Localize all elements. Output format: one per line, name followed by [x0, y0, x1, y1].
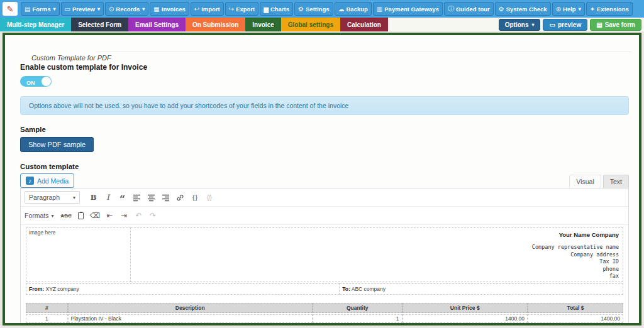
cell: 1: [313, 324, 402, 326]
italic-button[interactable]: I: [101, 191, 114, 204]
nav-item-export[interactable]: ↪Export: [225, 2, 258, 16]
divider: [96, 52, 631, 52]
tab-on-submission[interactable]: On Submission: [186, 18, 245, 31]
paragraph-label: Paragraph: [29, 194, 60, 201]
formats-dropdown[interactable]: Formats ▾: [25, 212, 54, 219]
formats-label: Formats: [25, 212, 49, 219]
add-media-label: Add Media: [37, 177, 69, 185]
monitor-icon: ▭: [65, 6, 70, 13]
cell: 1: [26, 324, 68, 326]
nav-item-preview[interactable]: ▭Preview▾: [61, 2, 104, 16]
show-pdf-sample-button[interactable]: Show PDF sample: [20, 137, 94, 152]
nav-item-help[interactable]: ⊕Help▾: [552, 2, 585, 16]
blockquote-button[interactable]: “: [116, 191, 129, 204]
undo-button: ↶: [132, 209, 145, 222]
extensions-icon: ✦: [590, 6, 595, 13]
image-placeholder-cell: image here: [26, 228, 131, 282]
cell: 1400.00: [528, 314, 623, 323]
chevron-down-icon: ▾: [97, 6, 100, 12]
to-cell: To: ABC company: [340, 283, 623, 294]
tab-multi-step-manager[interactable]: Multi-step Manager: [0, 18, 71, 31]
cloud-icon: ☁: [338, 6, 345, 13]
nav-item-backup[interactable]: ☁Backup: [335, 2, 372, 16]
nav-item-extensions[interactable]: ✦Extensions: [586, 2, 633, 16]
company-name: Your Name Company: [135, 231, 619, 238]
shortcode-button[interactable]: { }: [188, 191, 201, 204]
column-header-quantity: Quantity: [313, 303, 402, 313]
editor-toolbar-primary: Paragraph ▾ B I “ { } {/}: [21, 189, 628, 207]
align-right-button[interactable]: [159, 191, 172, 204]
invoice-items-table: #DescriptionQuantityUnit Price $Total $1…: [26, 302, 623, 326]
align-left-button[interactable]: [130, 191, 143, 204]
toggle-knob: [42, 77, 51, 86]
chevron-down-icon: ▾: [142, 6, 145, 12]
media-row: ♪ Add Media Visual Text: [20, 173, 629, 188]
cell: Metal Gear Solid - Phantom: [68, 324, 313, 326]
chevron-down-icon: ▾: [52, 213, 54, 219]
form-tabs: Multi-step ManagerSelected FormEmail Set…: [0, 18, 388, 31]
nav-item-records[interactable]: ⊙Records▾: [105, 2, 148, 16]
tab-global-settings[interactable]: Global settings: [281, 18, 340, 31]
cell: Playstation IV - Black: [68, 314, 313, 323]
table-row: 1Metal Gear Solid - Phantom1105.00105.00: [26, 324, 623, 326]
company-info-cell: Your Name Company Company representative…: [131, 228, 623, 282]
chart-icon: ▆: [264, 6, 269, 13]
pdf-template-subtitle: Custom Template for PDF: [31, 54, 629, 62]
cell: 105.00: [402, 324, 528, 326]
toggle-on-label: ON: [26, 80, 35, 86]
nav-item-invoices[interactable]: ▦Invoices: [150, 2, 189, 16]
enable-custom-template-label: Enable custom template for Invoice: [20, 63, 629, 72]
nav-item-system-check[interactable]: ⚙System Check: [495, 2, 551, 16]
nav-item-payment-gateways[interactable]: ▥Payment Gateways: [373, 2, 443, 16]
chevron-down-icon: ▾: [53, 6, 56, 12]
plugin-logo-icon: ✎: [3, 2, 18, 16]
help-icon: ⊕: [556, 6, 561, 13]
tab-calculation[interactable]: Calculation: [340, 18, 388, 31]
options-button[interactable]: Options ▾: [499, 19, 541, 31]
company-line: Company representative name: [135, 244, 619, 251]
from-label: From:: [29, 286, 44, 292]
nav-item-guided-tour[interactable]: ⓘGuided tour: [444, 2, 494, 16]
preview-button[interactable]: ▭ preview: [543, 19, 587, 31]
nav-item-charts[interactable]: ▆Charts: [260, 2, 293, 16]
cell: 1: [26, 314, 68, 323]
paragraph-select[interactable]: Paragraph ▾: [25, 191, 80, 204]
company-line: Company address: [135, 251, 619, 259]
tab-invoice[interactable]: Invoice: [245, 18, 280, 31]
save-form-label: Save form: [605, 21, 635, 28]
tab-text[interactable]: Text: [603, 175, 629, 188]
enable-template-toggle[interactable]: ON: [20, 76, 52, 87]
editor-content[interactable]: image here Your Name Company Company rep…: [21, 225, 628, 325]
nav-item-forms[interactable]: ▤Forms▾: [21, 2, 60, 16]
tab-selected-form[interactable]: Selected Form: [71, 18, 128, 31]
from-cell: From: XYZ company: [26, 283, 340, 294]
clear-formatting-button[interactable]: ⌫: [89, 209, 102, 222]
save-icon: ▤: [596, 21, 602, 28]
nav-item-label: Settings: [306, 6, 329, 13]
info-icon: ⓘ: [448, 4, 454, 13]
nav-item-label: Charts: [270, 6, 289, 13]
nav-item-label: Guided tour: [456, 6, 490, 13]
table-row: 1Playstation IV - Black11400.001400.00: [26, 314, 623, 323]
nav-item-label: Import: [201, 6, 220, 13]
link-button[interactable]: [174, 191, 187, 204]
to-label: To:: [342, 286, 350, 292]
company-lines: Company representative nameCompany addre…: [135, 244, 619, 280]
indent-button[interactable]: ⇥: [118, 209, 131, 222]
tab-visual[interactable]: Visual: [569, 175, 601, 188]
paste-as-text-button[interactable]: [74, 209, 87, 222]
gear-icon: ⚙: [298, 6, 304, 13]
info-alert: Options above will not be used. so you h…: [20, 96, 629, 115]
sample-label: Sample: [20, 126, 629, 133]
tab-email-settings[interactable]: Email Settings: [128, 18, 186, 31]
add-media-button[interactable]: ♪ Add Media: [20, 173, 74, 188]
outdent-button[interactable]: ⇤: [103, 209, 116, 222]
nav-item-label: Backup: [347, 6, 368, 13]
bold-button[interactable]: B: [87, 191, 100, 204]
save-form-button[interactable]: ▤ Save form: [590, 19, 641, 31]
top-toolbar: ✎ ▤Forms▾▭Preview▾⊙Records▾▦Invoices↩Imp…: [0, 0, 644, 18]
align-center-button[interactable]: [145, 191, 158, 204]
nav-item-import[interactable]: ↩Import: [191, 2, 224, 16]
strikethrough-button[interactable]: ABC: [60, 209, 73, 222]
nav-item-settings[interactable]: ⚙Settings: [294, 2, 333, 16]
